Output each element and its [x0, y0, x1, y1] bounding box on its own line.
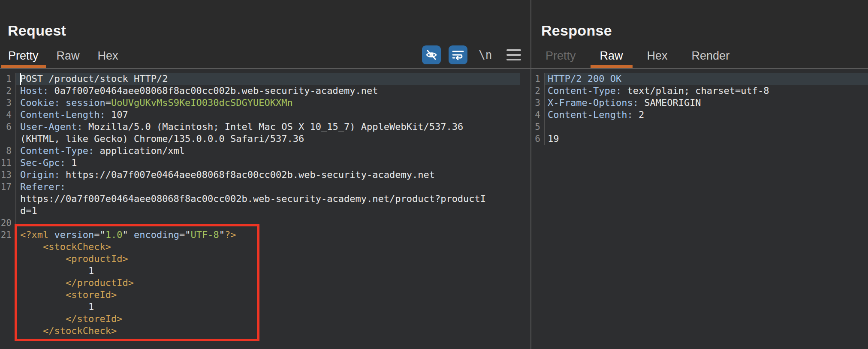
- line-number: [0, 325, 16, 337]
- line-number: 20: [0, 217, 16, 229]
- tab-pretty[interactable]: Pretty: [1, 46, 46, 68]
- code-row[interactable]: 6User-Agent: Mozilla/5.0 (Macintosh; Int…: [0, 121, 530, 133]
- line-number: [0, 241, 16, 253]
- line-number: [0, 301, 16, 313]
- tab-pretty: Pretty: [536, 46, 585, 68]
- code-row[interactable]: </stockCheck>: [0, 325, 530, 337]
- line-number: [0, 133, 16, 145]
- response-editor[interactable]: 1HTTP/2 200 OK2Content-Type: text/plain;…: [531, 69, 868, 349]
- line-number: [0, 193, 16, 205]
- tab-hex[interactable]: Hex: [90, 46, 126, 68]
- line-number: 6: [0, 121, 16, 133]
- request-editor[interactable]: 1POST /product/stock HTTP/22Host: 0a7f00…: [0, 69, 530, 349]
- request-tabs: Pretty Raw Hex: [1, 46, 126, 68]
- request-panel: Request Pretty Raw Hex: [0, 0, 530, 349]
- line-number: 6: [531, 133, 545, 145]
- line-number: 4: [531, 109, 545, 121]
- line-number: 21: [0, 229, 16, 241]
- line-number: [0, 313, 16, 325]
- visibility-off-icon: [425, 48, 438, 61]
- code-row[interactable]: <storeId>: [0, 289, 530, 301]
- code-row[interactable]: </storeId>: [0, 313, 530, 325]
- word-wrap-button[interactable]: [449, 45, 467, 64]
- text-cursor: [20, 73, 21, 85]
- code-row[interactable]: 619: [531, 133, 868, 145]
- code-row[interactable]: 17Referer:: [0, 181, 530, 193]
- word-wrap-icon: [452, 48, 464, 61]
- request-title: Request: [8, 22, 66, 39]
- code-row[interactable]: d=1: [0, 205, 530, 217]
- code-row[interactable]: 3X-Frame-Options: SAMEORIGIN: [531, 97, 868, 109]
- line-number: [0, 205, 16, 217]
- code-row[interactable]: 4Content-Length: 2: [531, 109, 868, 121]
- line-number: 17: [0, 181, 16, 193]
- code-row[interactable]: 2Content-Type: text/plain; charset=utf-8: [531, 85, 868, 97]
- code-row[interactable]: 21<?xml version="1.0" encoding="UTF-8"?>: [0, 229, 530, 241]
- tab-raw[interactable]: Raw: [49, 46, 87, 68]
- line-number: 1: [0, 73, 16, 85]
- code-row[interactable]: (KHTML, like Gecko) Chrome/135.0.0.0 Saf…: [0, 133, 530, 145]
- editor-top-border: [0, 68, 868, 69]
- code-row[interactable]: 3Cookie: session=UoUVgUKvMsS9KeIO030dcSD…: [0, 97, 530, 109]
- response-panel: Response Pretty Raw Hex Render 1HTTP/2 2…: [531, 0, 868, 349]
- line-number: 8: [0, 145, 16, 157]
- code-row[interactable]: 4Content-Length: 107: [0, 109, 530, 121]
- line-number: 3: [0, 97, 16, 109]
- line-number: 4: [0, 109, 16, 121]
- line-number: [0, 265, 16, 277]
- visibility-off-button[interactable]: [422, 45, 441, 64]
- line-number: 5: [531, 121, 545, 133]
- code-row[interactable]: 1POST /product/stock HTTP/2: [0, 73, 530, 85]
- response-tabs: Pretty Raw Hex Render: [536, 46, 739, 68]
- code-row[interactable]: 5: [531, 121, 868, 133]
- line-number: 1: [531, 73, 545, 85]
- line-number: 11: [0, 157, 16, 169]
- line-number: 2: [0, 85, 16, 97]
- panel-divider[interactable]: [530, 0, 531, 349]
- code-row[interactable]: 11Sec-Gpc: 1: [0, 157, 530, 169]
- code-row[interactable]: 1HTTP/2 200 OK: [531, 73, 868, 85]
- code-row[interactable]: 2Host: 0a7f007e0464aee08068f8ac00cc002b.…: [0, 85, 530, 97]
- code-row[interactable]: 8Content-Type: application/xml: [0, 145, 530, 157]
- line-number: 2: [531, 85, 545, 97]
- tab-hex[interactable]: Hex: [638, 46, 677, 68]
- code-row[interactable]: 1: [0, 301, 530, 313]
- line-number: [0, 277, 16, 289]
- show-newlines-toggle[interactable]: \n: [479, 48, 492, 61]
- line-number: [0, 253, 16, 265]
- response-title: Response: [541, 22, 612, 39]
- line-number: [0, 289, 16, 301]
- code-row[interactable]: 13Origin: https://0a7f007e0464aee08068f8…: [0, 169, 530, 181]
- line-number: 3: [531, 97, 545, 109]
- code-row[interactable]: </productId>: [0, 277, 530, 289]
- request-editor-toolbar: \n: [422, 45, 521, 64]
- hamburger-menu-icon[interactable]: [506, 49, 521, 60]
- code-row[interactable]: https://0a7f007e0464aee08068f8ac00cc002b…: [0, 193, 530, 205]
- code-row[interactable]: <productId>: [0, 253, 530, 265]
- tab-render[interactable]: Render: [682, 46, 739, 68]
- tab-raw[interactable]: Raw: [591, 46, 633, 68]
- code-row[interactable]: 20: [0, 217, 530, 229]
- code-row[interactable]: <stockCheck>: [0, 241, 530, 253]
- code-row[interactable]: 1: [0, 265, 530, 277]
- line-number: 13: [0, 169, 16, 181]
